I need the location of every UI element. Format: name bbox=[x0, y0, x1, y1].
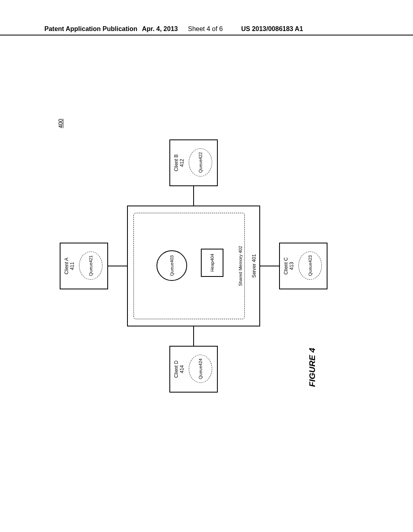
client-c-name-text: Client C bbox=[283, 258, 289, 275]
client-d-queue-name: Queue bbox=[198, 366, 203, 379]
client-a-queue-name: Queue bbox=[88, 263, 94, 276]
header-sheet: Sheet 4 of 6 bbox=[188, 25, 223, 33]
client-a-name: Client A 411 bbox=[64, 243, 75, 289]
client-c-queue: Queue 423 bbox=[298, 251, 322, 280]
client-b-queue-name: Queue bbox=[198, 160, 203, 173]
figure-area: 400 Queue 403 Heap bbox=[56, 129, 339, 403]
client-d-queue-number: 424 bbox=[198, 358, 203, 366]
figure-caption: FIGURE 4 bbox=[307, 348, 317, 387]
server-heap-name: Heap bbox=[210, 261, 215, 272]
client-c-number: 413 bbox=[289, 262, 294, 270]
client-c-box: Client C 413 Queue 423 bbox=[279, 243, 327, 289]
client-c-queue-number: 423 bbox=[308, 255, 313, 262]
page: Patent Application Publication Apr. 4, 2… bbox=[0, 0, 413, 532]
header-pub-number: US 2013/0086183 A1 bbox=[241, 25, 303, 33]
server-box: Queue 403 Heap 404 Shared Memory 402 Ser… bbox=[127, 206, 260, 326]
shared-memory-label: Shared Memory 402 bbox=[238, 213, 243, 319]
shared-memory-box: Queue 403 Heap 404 Shared Memory 402 bbox=[133, 213, 245, 319]
client-a-name-text: Client A bbox=[64, 258, 69, 274]
connector-client-d bbox=[193, 326, 194, 346]
header-date: Apr. 4, 2013 bbox=[142, 25, 178, 33]
server-heap: Heap 404 bbox=[201, 249, 223, 277]
client-c-queue-name: Queue bbox=[308, 263, 313, 276]
client-d-name-text: Client D bbox=[173, 361, 179, 378]
connector-client-b bbox=[193, 186, 194, 206]
header-publication: Patent Application Publication bbox=[44, 25, 138, 33]
client-d-number: 414 bbox=[179, 365, 185, 373]
diagram-canvas: Queue 403 Heap 404 Shared Memory 402 Ser… bbox=[56, 129, 331, 403]
header-rule bbox=[0, 35, 413, 35]
connector-client-c bbox=[260, 266, 279, 266]
client-a-number: 411 bbox=[69, 262, 75, 270]
client-a-box: Client A 411 Queue 421 bbox=[60, 243, 108, 289]
client-d-queue: Queue 424 bbox=[189, 355, 212, 383]
server-heap-number: 404 bbox=[210, 254, 215, 261]
connector-client-a bbox=[108, 266, 127, 266]
client-b-name: Client B 412 bbox=[173, 140, 185, 185]
client-c-name: Client C 413 bbox=[283, 243, 295, 289]
client-a-queue: Queue 421 bbox=[79, 251, 102, 280]
server-queue-name: Queue bbox=[169, 263, 175, 276]
diagram-canvas-wrap: Queue 403 Heap 404 Shared Memory 402 Ser… bbox=[56, 129, 331, 403]
client-b-box: Client B 412 Queue 422 bbox=[169, 139, 218, 186]
client-d-box: Client D 414 Queue 424 bbox=[169, 346, 218, 393]
client-a-queue-number: 421 bbox=[88, 255, 94, 262]
client-b-queue: Queue 422 bbox=[189, 148, 212, 177]
client-b-number: 412 bbox=[179, 159, 185, 167]
client-b-name-text: Client B bbox=[173, 154, 179, 171]
diagram-reference-number: 400 bbox=[57, 119, 64, 128]
server-label: Server 401 bbox=[251, 206, 257, 326]
server-queue-number: 403 bbox=[169, 255, 175, 262]
client-d-name: Client D 414 bbox=[173, 347, 185, 392]
client-b-queue-number: 422 bbox=[198, 152, 203, 159]
server-queue: Queue 403 bbox=[156, 250, 187, 281]
